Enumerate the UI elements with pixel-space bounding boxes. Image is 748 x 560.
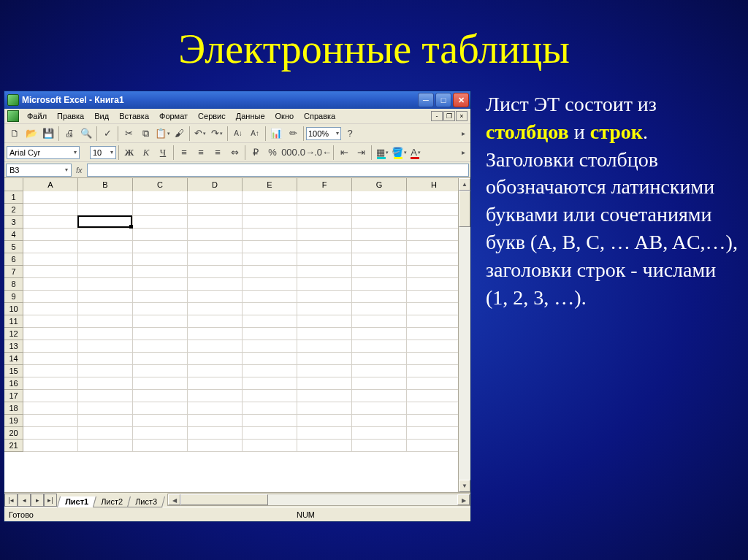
vscroll-thumb[interactable] <box>459 191 470 227</box>
cell[interactable] <box>243 204 297 216</box>
menu-справка[interactable]: Справка <box>299 110 340 122</box>
cell[interactable] <box>188 328 243 340</box>
row-header[interactable]: 14 <box>4 353 23 365</box>
cell[interactable] <box>243 427 297 440</box>
cell[interactable] <box>188 229 243 241</box>
row-header[interactable]: 6 <box>4 253 23 266</box>
borders-button[interactable]: ▦ <box>374 145 390 161</box>
minimize-button[interactable]: ─ <box>418 93 434 107</box>
cell[interactable] <box>188 278 243 291</box>
cell[interactable] <box>407 365 458 377</box>
cell[interactable] <box>352 216 407 229</box>
cell[interactable] <box>78 353 133 365</box>
open-button[interactable]: 📂 <box>23 126 39 142</box>
cell[interactable] <box>352 241 407 253</box>
font-name-combo[interactable]: Arial Cyr <box>7 146 80 159</box>
first-sheet-button[interactable]: |◂ <box>4 494 18 507</box>
cell[interactable] <box>407 204 458 216</box>
cell[interactable] <box>297 191 352 204</box>
row-header[interactable]: 1 <box>4 191 23 204</box>
column-header[interactable]: C <box>133 178 188 191</box>
cell[interactable] <box>133 427 188 440</box>
sort-desc-button[interactable]: A↑ <box>247 126 263 142</box>
name-box[interactable]: B3 <box>6 164 72 177</box>
cell[interactable] <box>133 377 188 390</box>
column-header[interactable]: F <box>297 178 352 191</box>
cell[interactable] <box>243 377 297 390</box>
fx-icon[interactable]: fx <box>73 166 85 174</box>
cell[interactable] <box>352 229 407 241</box>
cell[interactable] <box>243 440 297 452</box>
underline-button[interactable]: Ч <box>155 145 171 161</box>
percent-button[interactable]: % <box>264 145 280 161</box>
cell[interactable] <box>352 415 407 427</box>
cell[interactable] <box>23 390 78 402</box>
cell[interactable] <box>133 241 188 253</box>
menu-вид[interactable]: Вид <box>89 110 114 122</box>
cell[interactable] <box>407 266 458 278</box>
cell[interactable] <box>352 402 407 415</box>
cell[interactable] <box>352 353 407 365</box>
scroll-left-button[interactable]: ◀ <box>168 494 180 505</box>
select-all-corner[interactable] <box>4 178 23 191</box>
cell[interactable] <box>188 402 243 415</box>
cell[interactable] <box>188 216 243 229</box>
cell[interactable] <box>243 303 297 315</box>
cell[interactable] <box>133 328 188 340</box>
cell[interactable] <box>133 216 188 229</box>
cell[interactable] <box>23 303 78 315</box>
cell[interactable] <box>297 353 352 365</box>
cell[interactable] <box>243 353 297 365</box>
cut-button[interactable]: ✂ <box>121 126 137 142</box>
cell[interactable] <box>78 377 133 390</box>
row-header[interactable]: 4 <box>4 229 23 241</box>
cell[interactable] <box>352 191 407 204</box>
cell[interactable] <box>78 415 133 427</box>
window-titlebar[interactable]: Microsoft Excel - Книга1 ─ □ ✕ <box>4 91 470 109</box>
cell[interactable] <box>407 241 458 253</box>
cell[interactable] <box>188 377 243 390</box>
cell[interactable] <box>188 291 243 303</box>
cell[interactable] <box>407 353 458 365</box>
cell[interactable] <box>188 365 243 377</box>
maximize-button[interactable]: □ <box>435 93 451 107</box>
cell[interactable] <box>243 241 297 253</box>
cell[interactable] <box>78 253 133 266</box>
column-header[interactable]: G <box>352 178 407 191</box>
cell[interactable] <box>243 402 297 415</box>
increase-decimal-button[interactable]: .0→ <box>298 145 314 161</box>
row-header[interactable]: 15 <box>4 365 23 377</box>
cell[interactable] <box>78 291 133 303</box>
print-preview-button[interactable]: 🔍 <box>78 126 94 142</box>
row-header[interactable]: 5 <box>4 241 23 253</box>
cell[interactable] <box>188 266 243 278</box>
cell[interactable] <box>188 253 243 266</box>
cell[interactable] <box>352 315 407 328</box>
hscroll-thumb[interactable] <box>180 494 268 505</box>
cell[interactable] <box>133 229 188 241</box>
cell[interactable] <box>78 204 133 216</box>
cell[interactable] <box>23 204 78 216</box>
cell[interactable] <box>407 328 458 340</box>
cell[interactable] <box>78 241 133 253</box>
cell[interactable] <box>243 390 297 402</box>
cell[interactable] <box>78 427 133 440</box>
cell[interactable] <box>352 365 407 377</box>
comma-button[interactable]: 000 <box>281 145 297 161</box>
cell[interactable] <box>243 291 297 303</box>
cell[interactable] <box>188 191 243 204</box>
cell[interactable] <box>297 340 352 353</box>
cell[interactable] <box>297 390 352 402</box>
cell[interactable] <box>407 253 458 266</box>
cell[interactable] <box>133 440 188 452</box>
cell[interactable] <box>23 216 78 229</box>
cell[interactable] <box>352 440 407 452</box>
column-header[interactable]: A <box>23 178 78 191</box>
cell[interactable] <box>78 278 133 291</box>
cell[interactable] <box>297 253 352 266</box>
cell[interactable] <box>407 377 458 390</box>
italic-button[interactable]: К <box>138 145 154 161</box>
cell[interactable] <box>243 340 297 353</box>
sheet-tab[interactable]: Лист1 <box>57 496 96 507</box>
cell[interactable] <box>407 402 458 415</box>
